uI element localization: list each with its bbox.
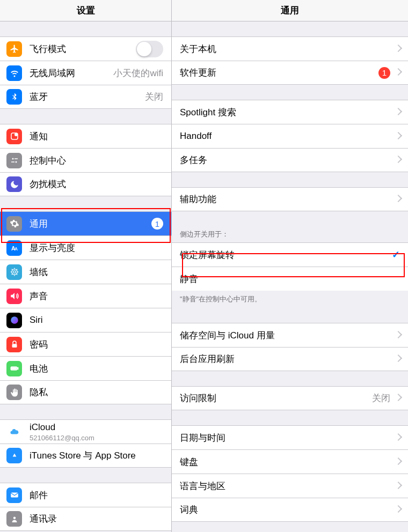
sidebar-item-control[interactable]: 控制中心 xyxy=(0,148,171,172)
airplane-icon xyxy=(6,41,22,57)
lock-icon xyxy=(6,337,22,352)
sidebar-item-mail[interactable]: 邮件 xyxy=(0,483,171,507)
svg-point-1 xyxy=(14,134,17,136)
detail-row[interactable]: 语言与地区 xyxy=(172,474,408,498)
detail-row-label: 后台应用刷新 xyxy=(180,353,235,365)
sidebar-item-hand[interactable]: 隐私 xyxy=(0,380,171,404)
sidebar-item-sublabel: 521066112@qq.com xyxy=(30,434,94,442)
battery-icon xyxy=(6,361,22,376)
chevron-right-icon xyxy=(396,109,400,116)
detail-row-label: 软件更新 xyxy=(180,66,216,79)
detail-row-label: 多任务 xyxy=(180,154,207,166)
moon-icon xyxy=(6,176,22,192)
sidebar-item-bluetooth[interactable]: 蓝牙关闭 xyxy=(0,85,171,109)
sidebar-item-display[interactable]: AA显示与亮度 xyxy=(0,235,171,260)
sidebar-item-value: 关闭 xyxy=(145,91,163,103)
badge: 1 xyxy=(151,218,163,230)
detail-row[interactable]: 储存空间与 iCloud 用量 xyxy=(172,323,408,347)
detail-row[interactable]: 词典 xyxy=(172,498,408,522)
wallpaper-icon xyxy=(6,264,22,280)
sidebar-item-wallpaper[interactable]: 墙纸 xyxy=(0,260,171,284)
sidebar-item-label: 声音 xyxy=(30,290,48,302)
detail-row[interactable]: 日期与时间 xyxy=(172,425,408,449)
sidebar-item-label: 通用 xyxy=(30,218,48,230)
svg-point-2 xyxy=(12,158,13,160)
chevron-right-icon xyxy=(396,69,400,76)
sidebar-title: 设置 xyxy=(0,0,171,21)
detail-row[interactable]: Spotlight 搜索 xyxy=(172,100,408,124)
detail-row[interactable]: 关于本机 xyxy=(172,36,408,61)
sidebar-item-lock[interactable]: 密码 xyxy=(0,332,171,356)
sidebar-item-label: 控制中心 xyxy=(30,154,66,167)
svg-point-4 xyxy=(15,161,17,163)
notification-icon xyxy=(6,129,22,144)
chevron-right-icon xyxy=(396,395,400,402)
svg-rect-5 xyxy=(11,161,14,162)
sidebar-item-moon[interactable]: 勿扰模式 xyxy=(0,172,171,196)
svg-rect-11 xyxy=(12,344,17,348)
detail-row[interactable]: 锁定屏幕旋转✓ xyxy=(172,242,408,267)
detail-row[interactable]: 键盘 xyxy=(172,449,408,474)
sidebar-item-label: iTunes Store 与 App Store xyxy=(30,449,136,462)
svg-point-10 xyxy=(11,316,18,324)
detail-row-label: Handoff xyxy=(180,131,212,142)
bluetooth-icon xyxy=(6,89,22,105)
gear-icon xyxy=(6,216,22,232)
detail-row[interactable]: 访问限制关闭 xyxy=(172,386,408,410)
cloud-icon xyxy=(6,424,22,440)
badge: 1 xyxy=(378,67,390,79)
settings-sidebar: 设置 飞行模式无线局域网小天使的wifi蓝牙关闭通知控制中心勿扰模式通用1AA显… xyxy=(0,0,172,532)
sidebar-item-gear[interactable]: 通用1 xyxy=(0,211,171,235)
chevron-right-icon xyxy=(396,434,400,441)
chevron-right-icon xyxy=(396,483,400,490)
svg-point-8 xyxy=(13,271,16,274)
sidebar-item-label: 勿扰模式 xyxy=(30,178,66,190)
svg-rect-14 xyxy=(11,368,16,370)
group-header: 侧边开关用于： xyxy=(172,226,408,242)
chevron-right-icon xyxy=(396,133,400,140)
sound-icon xyxy=(6,289,22,304)
chevron-right-icon xyxy=(396,196,400,203)
sidebar-item-label: 密码 xyxy=(30,338,48,351)
sidebar-item-airplane[interactable]: 飞行模式 xyxy=(0,36,171,61)
sidebar-item-contacts[interactable]: 通讯录 xyxy=(0,507,171,531)
detail-row[interactable]: Handoff xyxy=(172,124,408,148)
chevron-right-icon xyxy=(396,157,400,164)
detail-row[interactable]: 辅助功能 xyxy=(172,187,408,211)
detail-row-label: Spotlight 搜索 xyxy=(180,106,236,119)
svg-point-17 xyxy=(13,516,16,519)
svg-rect-13 xyxy=(17,368,18,370)
mail-icon xyxy=(6,487,22,503)
sidebar-item-battery[interactable]: 电池 xyxy=(0,356,171,380)
detail-row-label: 访问限制 xyxy=(180,392,216,404)
sidebar-item-label: 显示与亮度 xyxy=(30,242,75,254)
contacts-icon xyxy=(6,511,22,527)
detail-row-label: 语言与地区 xyxy=(180,480,225,492)
sidebar-item-label: 通知 xyxy=(30,130,48,143)
sidebar-item-appstore[interactable]: iTunes Store 与 App Store xyxy=(0,444,171,468)
sidebar-item-sound[interactable]: 声音 xyxy=(0,284,171,308)
display-icon: AA xyxy=(6,240,22,256)
sidebar-item-label: 无线局域网 xyxy=(30,67,75,79)
sidebar-item-label: 飞行模式 xyxy=(30,43,66,55)
detail-row-label: 锁定屏幕旋转 xyxy=(180,249,235,261)
detail-row[interactable]: 后台应用刷新 xyxy=(172,347,408,371)
detail-row-label: 日期与时间 xyxy=(180,432,225,444)
sidebar-item-label: 通讯录 xyxy=(30,513,57,525)
detail-row[interactable]: 软件更新1 xyxy=(172,61,408,85)
sidebar-item-label: 电池 xyxy=(30,363,48,375)
detail-row[interactable]: 静音 xyxy=(172,267,408,291)
sidebar-item-cloud[interactable]: iCloud521066112@qq.com xyxy=(0,419,171,444)
chevron-right-icon xyxy=(396,332,400,339)
sidebar-item-label: 邮件 xyxy=(30,489,48,501)
toggle-switch[interactable] xyxy=(136,41,163,57)
detail-title: 通用 xyxy=(172,0,408,21)
detail-row[interactable]: 多任务 xyxy=(172,148,408,172)
sidebar-item-siri[interactable]: Siri xyxy=(0,308,171,332)
sidebar-item-wifi[interactable]: 无线局域网小天使的wifi xyxy=(0,61,171,85)
sidebar-item-label: iCloud xyxy=(30,422,94,433)
sidebar-item-notification[interactable]: 通知 xyxy=(0,124,171,148)
detail-row-value: 关闭 xyxy=(372,392,390,404)
control-icon xyxy=(6,153,22,168)
svg-rect-16 xyxy=(11,493,18,498)
